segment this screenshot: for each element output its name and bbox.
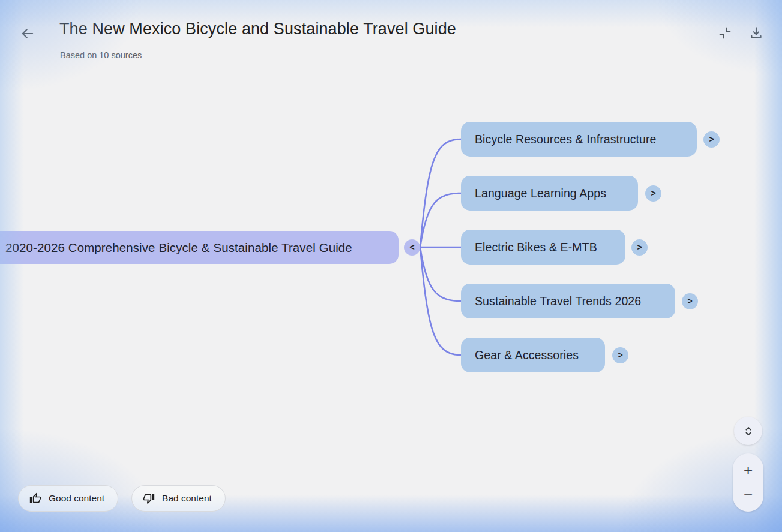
bad-content-button[interactable]: Bad content: [131, 485, 226, 512]
map-controls: + −: [733, 417, 763, 512]
collapse-content-icon: [717, 25, 733, 41]
mindmap-node-electric-bikes[interactable]: Electric Bikes & E-MTB: [461, 230, 625, 265]
mindmap-canvas[interactable]: 2020-2026 Comprehensive Bicycle & Sustai…: [0, 0, 782, 532]
zoom-out-button[interactable]: −: [733, 483, 763, 512]
arrow-left-icon: [19, 25, 36, 42]
thumbs-down-icon: [143, 492, 155, 504]
expand-collapse-all-button[interactable]: [734, 417, 762, 445]
header-actions: [716, 24, 765, 42]
back-button[interactable]: [17, 23, 38, 44]
collapse-content-button[interactable]: [716, 24, 734, 42]
expand-branch-button[interactable]: >: [682, 293, 698, 309]
expand-branch-button[interactable]: >: [612, 347, 628, 363]
thumbs-up-icon: [29, 492, 41, 504]
expand-branch-button[interactable]: >: [631, 239, 648, 256]
source-count-label: Based on 10 sources: [60, 50, 142, 60]
zoom-pill: + −: [733, 453, 763, 512]
unfold-more-icon: [741, 424, 756, 438]
connector-lines: [0, 0, 782, 532]
download-button[interactable]: [747, 24, 765, 42]
download-icon: [748, 25, 764, 41]
collapse-branch-button[interactable]: <: [404, 239, 420, 256]
mindmap-node-language-apps[interactable]: Language Learning Apps: [461, 176, 638, 211]
good-content-label: Good content: [49, 493, 104, 504]
feedback-bar: Good content Bad content: [18, 485, 226, 512]
zoom-in-button[interactable]: +: [733, 453, 763, 483]
expand-branch-button[interactable]: >: [645, 185, 661, 202]
good-content-button[interactable]: Good content: [18, 485, 118, 512]
expand-branch-button[interactable]: >: [703, 131, 720, 148]
page-title: The New Mexico Bicycle and Sustainable T…: [59, 20, 456, 38]
mindmap-root-node[interactable]: 2020-2026 Comprehensive Bicycle & Sustai…: [0, 231, 399, 264]
mindmap-node-bicycle-resources[interactable]: Bicycle Resources & Infrastructure: [461, 122, 697, 157]
mindmap-node-gear-accessories[interactable]: Gear & Accessories: [461, 338, 605, 372]
bad-content-label: Bad content: [162, 493, 212, 504]
mindmap-node-travel-trends[interactable]: Sustainable Travel Trends 2026: [461, 284, 675, 318]
